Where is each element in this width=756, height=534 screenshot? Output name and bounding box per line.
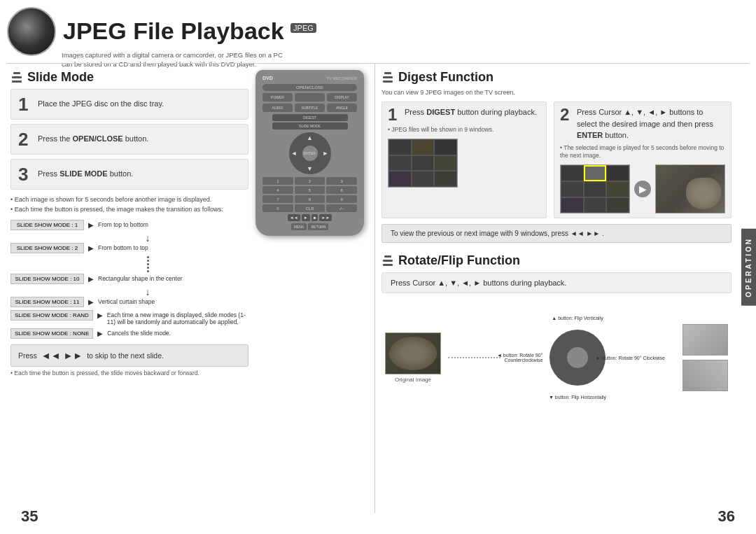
nav-right-arrow[interactable]: ► bbox=[323, 150, 329, 157]
press-label: Press bbox=[18, 351, 37, 360]
nav-left-arrow[interactable]: ◄ bbox=[291, 150, 298, 157]
enter-btn[interactable]: ENTER bbox=[302, 146, 318, 161]
table-row: SLIDE SHOW MODE : 2 ▶ From bottom to top bbox=[10, 243, 248, 253]
digest-grid-image bbox=[388, 139, 458, 188]
jpeg-badge: JPEG bbox=[290, 23, 316, 33]
rotate-flip-section: Rotate/Flip Function Press Cursor ▲, ▼, … bbox=[382, 253, 732, 428]
flip-vertical-label: ▲ button: Flip Vertically bbox=[552, 316, 603, 321]
digest-single-image bbox=[655, 164, 725, 213]
num-clear[interactable]: CLR bbox=[295, 204, 326, 212]
slide-mode-btn[interactable]: SLIDE MODE bbox=[272, 122, 348, 129]
right-panel: Digest Function You can view 9 JPEG imag… bbox=[382, 70, 732, 428]
remote-bottom-buttons: MENU RETURN bbox=[262, 223, 357, 230]
dotted-connector bbox=[448, 357, 500, 358]
arrow-right-icon: ▶ bbox=[634, 181, 651, 197]
original-image bbox=[385, 332, 441, 374]
header-divider bbox=[7, 63, 749, 64]
skip-note: Each time the button is pressed, the sli… bbox=[10, 370, 248, 377]
rotate-ccw-label: ◄ button: Rotate 90°Counterclockwise bbox=[497, 353, 542, 363]
digest-btn[interactable]: DIGEST bbox=[272, 114, 348, 121]
digest-step2-images: ▶ bbox=[560, 164, 725, 213]
original-image-area: Original Image bbox=[385, 332, 441, 383]
page-number-right: 36 bbox=[718, 507, 735, 526]
header: JPEG File Playback JPEG bbox=[7, 7, 316, 56]
table-row: SLIDE SHOW MODE : 10 ▶ Rectangular shape… bbox=[10, 274, 248, 284]
play-btn[interactable]: ► bbox=[302, 214, 310, 221]
skip-instruction: Press ◄◄ ►► to skip to the next slide. bbox=[10, 344, 248, 367]
open-close-remote-btn[interactable]: OPEN/CLOSE bbox=[262, 84, 357, 91]
center-divider bbox=[374, 63, 375, 513]
next-btn[interactable]: ►► bbox=[319, 214, 332, 221]
num-2[interactable]: 2 bbox=[295, 177, 326, 185]
digest-section: Digest Function You can view 9 JPEG imag… bbox=[382, 70, 732, 243]
angle-btn[interactable]: ANGLE bbox=[327, 104, 357, 112]
slide-mode-title: Slide Mode bbox=[10, 70, 248, 85]
stop-btn[interactable]: ■ bbox=[312, 214, 318, 221]
table-row: SLIDE SHOW MODE : RAND ▶ Each time a new… bbox=[10, 310, 248, 325]
num-4[interactable]: 4 bbox=[262, 186, 293, 194]
rotate-flip-icon bbox=[382, 255, 394, 267]
num-3[interactable]: 3 bbox=[326, 177, 357, 185]
number-pad: 1 2 3 4 5 6 7 8 9 0 CLR -/-- bbox=[262, 177, 357, 212]
operation-tab-container: OPERATION bbox=[741, 140, 756, 394]
display-btn[interactable]: DISPLAY bbox=[327, 93, 357, 101]
remote-nav-pad[interactable]: ▲ ▼ ◄ ► ENTER bbox=[289, 132, 331, 174]
navigation-note: To view the previous or next image with … bbox=[382, 224, 732, 243]
num-7[interactable]: 7 bbox=[262, 195, 293, 203]
skip-buttons-icon: ◄◄ ►► bbox=[41, 350, 83, 361]
rotate-nav-container: ▲ button: Flip Vertically ▼ button: Flip… bbox=[550, 330, 606, 386]
rotate-cw-label: ► button: Rotate 90° Clockwise bbox=[596, 356, 665, 360]
audio-btn[interactable]: AUDIO bbox=[262, 104, 293, 112]
num-8[interactable]: 8 bbox=[295, 195, 326, 203]
flip-result-1 bbox=[682, 324, 728, 356]
remote-body: DVD TV RECORDER OPEN/CLOSE POWER DISPLAY… bbox=[255, 70, 364, 236]
remote-control: DVD TV RECORDER OPEN/CLOSE POWER DISPLAY… bbox=[248, 70, 371, 236]
result-images bbox=[682, 324, 728, 391]
rotate-diagram: Original Image ▲ button: Flip Vertically… bbox=[382, 302, 732, 428]
digest-title: Digest Function bbox=[382, 70, 732, 85]
slide-notes: Each image is shown for 5 seconds before… bbox=[10, 195, 248, 214]
flip-horizontal-label: ▼ button: Flip Horizontally bbox=[549, 395, 606, 400]
slide-step-1: 1 Place the JPEG disc on the disc tray. bbox=[10, 89, 248, 120]
rotate-flip-title: Rotate/Flip Function bbox=[382, 253, 732, 268]
num-minus[interactable]: -/-- bbox=[326, 204, 357, 212]
page-number-left: 35 bbox=[21, 507, 38, 526]
remote-mid-buttons: AUDIO SUBTITLE ANGLE bbox=[262, 104, 357, 112]
num-1[interactable]: 1 bbox=[262, 177, 293, 185]
slide-step-3: 3 Press SLIDE MODE button. bbox=[10, 159, 248, 190]
table-row: SLIDE SHOW MODE : NONE ▶ Cancels the sli… bbox=[10, 328, 248, 339]
num-0[interactable]: 0 bbox=[262, 204, 293, 212]
menu-btn[interactable]: MENU bbox=[291, 223, 307, 230]
digest-step-2: 2 Press Cursor ▲, ▼, ◄, ► buttons to sel… bbox=[554, 101, 732, 218]
table-row: SLIDE SHOW MODE : 1 ▶ From top to bottom bbox=[10, 220, 248, 230]
power-btn[interactable]: POWER bbox=[262, 93, 293, 101]
num-5[interactable]: 5 bbox=[295, 186, 326, 194]
digest-step-2-note: The selected image is played for 5 secon… bbox=[560, 144, 725, 161]
transport-controls: ◄◄ ► ■ ►► bbox=[262, 214, 357, 221]
digest-selected-grid bbox=[560, 164, 630, 213]
flip-result-2 bbox=[682, 360, 728, 391]
nav-down-arrow[interactable]: ▼ bbox=[307, 165, 313, 172]
rotate-instruction: Press Cursor ▲, ▼, ◄, ► buttons during p… bbox=[382, 272, 732, 293]
return-btn[interactable]: RETURN bbox=[308, 223, 328, 230]
slide-mode-icon bbox=[10, 71, 23, 84]
header-subtitle: Images captured with a digital camera or… bbox=[62, 50, 286, 69]
slide-step-2: 2 Press the OPEN/CLOSE button. bbox=[10, 124, 248, 155]
digest-title-icon bbox=[382, 71, 394, 84]
operation-tab: OPERATION bbox=[741, 229, 756, 306]
remote-top-buttons: POWER DISPLAY bbox=[262, 93, 357, 101]
num-6[interactable]: 6 bbox=[326, 186, 357, 194]
prev-btn[interactable]: ◄◄ bbox=[288, 214, 300, 221]
rotate-nav-center bbox=[567, 347, 588, 368]
subtitle-btn[interactable]: SUBTITLE bbox=[295, 104, 325, 112]
digest-subtitle: You can view 9 JPEG images on the TV scr… bbox=[382, 89, 732, 96]
table-row: SLIDE SHOW MODE : 11 ▶ Vertical curtain … bbox=[10, 297, 248, 307]
slide-mode-panel: Slide Mode 1 Place the JPEG disc on the … bbox=[10, 70, 248, 377]
digest-step-1-note: JPEG files will be shown in 9 windows. bbox=[388, 126, 540, 134]
num-9[interactable]: 9 bbox=[326, 195, 357, 203]
digest-steps: 1 Press DIGEST button during playback. J… bbox=[382, 101, 732, 218]
digest-step-1: 1 Press DIGEST button during playback. J… bbox=[382, 101, 547, 218]
page-title: JPEG File Playback JPEG bbox=[63, 18, 316, 44]
logo-image bbox=[7, 7, 56, 56]
nav-up-arrow[interactable]: ▲ bbox=[307, 134, 313, 141]
